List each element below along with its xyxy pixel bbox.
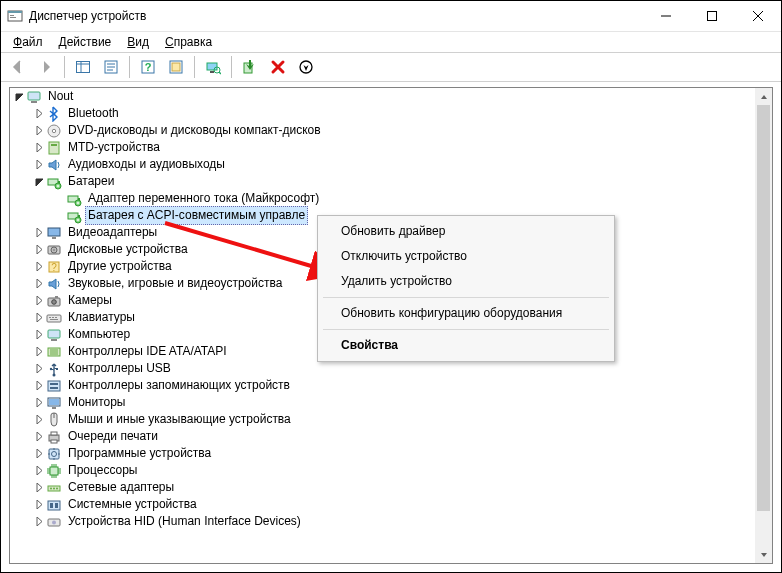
chevron-right-icon[interactable]: [32, 396, 46, 410]
chevron-right-icon[interactable]: [32, 379, 46, 393]
toolbar-help1-button[interactable]: ?: [135, 54, 161, 80]
scroll-up-button[interactable]: [755, 88, 772, 105]
chevron-right-icon[interactable]: [32, 311, 46, 325]
ctx-remove-device[interactable]: Удалить устройство: [321, 269, 611, 294]
tree-row[interactable]: Батареи: [30, 173, 755, 190]
svg-rect-53: [55, 317, 57, 318]
window-frame: Диспетчер устройств Файл Действие Вид Сп…: [0, 0, 782, 573]
tree-item-label: Аудиовходы и аудиовыходы: [65, 156, 228, 173]
chevron-right-icon[interactable]: [32, 141, 46, 155]
maximize-button[interactable]: [689, 1, 735, 31]
computer-icon: [46, 327, 62, 343]
ctx-properties[interactable]: Свойства: [321, 333, 611, 358]
toolbar-uninstall-button[interactable]: [265, 54, 291, 80]
tree-root-row[interactable]: Nout: [10, 88, 755, 105]
tree-item-label: Клавиатуры: [65, 309, 138, 326]
tree-row[interactable]: Контроллеры запоминающих устройств: [30, 377, 755, 394]
svg-point-80: [56, 487, 58, 489]
chevron-right-icon[interactable]: [32, 107, 46, 121]
tree-row[interactable]: Адаптер переменного тока (Майкрософт): [50, 190, 755, 207]
svg-rect-55: [48, 330, 60, 338]
chevron-right-icon[interactable]: [32, 515, 46, 529]
menu-file[interactable]: Файл: [5, 33, 51, 51]
chevron-down-icon[interactable]: [12, 90, 26, 104]
chevron-right-icon[interactable]: [32, 243, 46, 257]
chevron-right-icon[interactable]: [32, 413, 46, 427]
tree-row[interactable]: MTD-устройства: [30, 139, 755, 156]
menu-view[interactable]: Вид: [119, 33, 157, 51]
chevron-right-icon[interactable]: [32, 158, 46, 172]
svg-rect-3: [10, 17, 16, 18]
app-icon: [7, 8, 23, 24]
tree-item-label: Мыши и иные указывающие устройства: [65, 411, 294, 428]
toolbar-disable-button[interactable]: [293, 54, 319, 80]
chevron-right-icon[interactable]: [32, 362, 46, 376]
svg-rect-49: [55, 296, 58, 298]
chevron-right-icon[interactable]: [32, 260, 46, 274]
minimize-button[interactable]: [643, 1, 689, 31]
chevron-down-icon[interactable]: [32, 175, 46, 189]
toolbar-scan-button[interactable]: [200, 54, 226, 80]
svg-rect-65: [50, 383, 58, 385]
tree-row[interactable]: Системные устройства: [30, 496, 755, 513]
svg-rect-51: [49, 317, 51, 318]
tree-row[interactable]: Процессоры: [30, 462, 755, 479]
chevron-right-icon[interactable]: [32, 328, 46, 342]
menu-action[interactable]: Действие: [51, 33, 120, 51]
tree-row[interactable]: Мониторы: [30, 394, 755, 411]
chevron-right-icon[interactable]: [32, 481, 46, 495]
svg-point-44: [53, 249, 55, 251]
audio-icon: [46, 276, 62, 292]
chevron-right-icon[interactable]: [32, 447, 46, 461]
tree-row[interactable]: Очереди печати: [30, 428, 755, 445]
toolbar-help2-button[interactable]: [163, 54, 189, 80]
tree-row[interactable]: Мыши и иные указывающие устройства: [30, 411, 755, 428]
svg-rect-66: [50, 387, 58, 389]
tree-row[interactable]: Контроллеры USB: [30, 360, 755, 377]
tree-item-label: Сетевые адаптеры: [65, 479, 177, 496]
vertical-scrollbar[interactable]: [755, 88, 772, 563]
scroll-thumb[interactable]: [757, 105, 770, 511]
tree-row[interactable]: Устройства HID (Human Interface Devices): [30, 513, 755, 530]
close-button[interactable]: [735, 1, 781, 31]
tree-row[interactable]: Сетевые адаптеры: [30, 479, 755, 496]
scroll-down-button[interactable]: [755, 546, 772, 563]
ctx-separator-1: [323, 297, 609, 298]
svg-rect-81: [48, 501, 60, 510]
tree-item-label: Системные устройства: [65, 496, 200, 513]
chevron-right-icon[interactable]: [32, 464, 46, 478]
chevron-right-icon[interactable]: [32, 124, 46, 138]
toolbar-forward-button[interactable]: [33, 54, 59, 80]
svg-text:?: ?: [51, 262, 57, 273]
mouse-icon: [46, 412, 62, 428]
tree-item-label: Процессоры: [65, 462, 141, 479]
ctx-update-driver[interactable]: Обновить драйвер: [321, 219, 611, 244]
menu-help[interactable]: Справка: [157, 33, 220, 51]
chevron-right-icon[interactable]: [32, 430, 46, 444]
tree-item-label: Компьютер: [65, 326, 133, 343]
svg-rect-29: [49, 142, 59, 154]
ctx-disable-device[interactable]: Отключить устройство: [321, 244, 611, 269]
tree-item-label: Батарея с ACPI-совместимым управле: [85, 206, 308, 225]
svg-rect-69: [52, 407, 56, 409]
scroll-track[interactable]: [755, 105, 772, 546]
client-area: NoutBluetoothDVD-дисководы и дисководы к…: [1, 82, 781, 572]
toolbar-enable-button[interactable]: [237, 54, 263, 80]
tree-row[interactable]: Аудиовходы и аудиовыходы: [30, 156, 755, 173]
chevron-right-icon[interactable]: [32, 226, 46, 240]
tree-row[interactable]: DVD-дисководы и дисководы компакт-дисков: [30, 122, 755, 139]
chevron-right-icon[interactable]: [32, 498, 46, 512]
svg-rect-20: [210, 71, 214, 73]
chevron-right-icon[interactable]: [32, 345, 46, 359]
tree-row[interactable]: Программные устройства: [30, 445, 755, 462]
toolbar-properties-button[interactable]: [98, 54, 124, 80]
window-title: Диспетчер устройств: [29, 9, 146, 23]
toolbar-showhide-button[interactable]: [70, 54, 96, 80]
toolbar-back-button[interactable]: [5, 54, 31, 80]
tree-row[interactable]: Bluetooth: [30, 105, 755, 122]
chevron-right-icon[interactable]: [32, 294, 46, 308]
svg-point-78: [50, 487, 52, 489]
chevron-right-icon[interactable]: [32, 277, 46, 291]
disk-icon: [46, 242, 62, 258]
ctx-scan-hardware[interactable]: Обновить конфигурацию оборудования: [321, 301, 611, 326]
